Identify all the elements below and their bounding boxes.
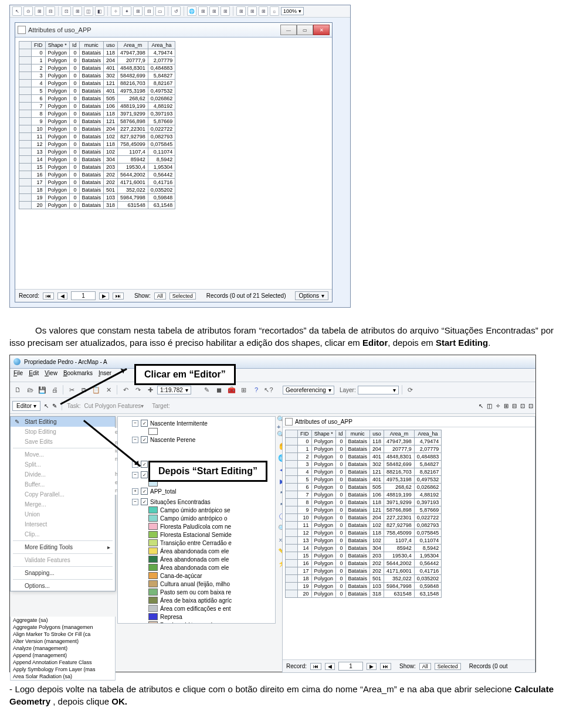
- toolbox-icon[interactable]: 🧰: [226, 385, 237, 395]
- menu-edit[interactable]: Edit: [29, 370, 39, 380]
- tool-icon[interactable]: ✧: [496, 403, 500, 409]
- list-item[interactable]: Alter Version (management): [11, 638, 115, 645]
- print-icon[interactable]: 🖨: [49, 385, 60, 395]
- toc-panel[interactable]: −✓Nascente Intermitente−✓Nascente Perene…: [117, 416, 276, 624]
- legend-item[interactable]: Área com edificações e ent: [121, 604, 272, 613]
- layer-dropdown[interactable]: ▾: [358, 386, 399, 394]
- last-record-button[interactable]: ⏭: [113, 292, 124, 300]
- editor-menu[interactable]: ✎Start EditingStop EditingSave EditsMove…: [10, 416, 116, 591]
- arrow-icon[interactable]: ↖: [44, 403, 49, 409]
- tool-icon[interactable]: ↖: [479, 403, 483, 409]
- georeferencing-dropdown[interactable]: Georeferencing▾: [283, 386, 334, 394]
- tool-icon[interactable]: ⊞: [236, 6, 246, 16]
- tool-icon[interactable]: ☼: [270, 6, 279, 16]
- last-record-button[interactable]: ⏭: [380, 663, 391, 670]
- prev-record-button[interactable]: ◀: [325, 663, 335, 670]
- list-item[interactable]: Append (management): [11, 652, 115, 659]
- task-dropdown[interactable]: Cut Polygon Features▾: [84, 403, 144, 409]
- delete-icon[interactable]: ✕: [103, 385, 114, 395]
- list-item[interactable]: Analyze (management): [11, 645, 115, 652]
- tool-icon[interactable]: ⊟: [144, 6, 154, 16]
- menu-item[interactable]: Buffer...: [11, 479, 115, 489]
- toc-item[interactable]: −✓Nascente Perene: [121, 436, 272, 444]
- toc-item[interactable]: −✓Nascente Intermitente: [121, 419, 272, 427]
- zoom-level[interactable]: 100%▾: [281, 7, 304, 15]
- menu-bookmarks[interactable]: Bookmarks: [63, 370, 93, 380]
- menu-item[interactable]: Union: [11, 509, 115, 519]
- list-item[interactable]: Area Solar Radiation (sa): [11, 673, 115, 680]
- menu-item[interactable]: Copy Parallel...: [11, 489, 115, 499]
- show-selected-button[interactable]: Selected: [435, 663, 461, 670]
- menu-item[interactable]: Save Edits: [11, 437, 115, 447]
- tool-icon[interactable]: ⊞: [198, 6, 208, 16]
- tool-icon[interactable]: ⊟: [512, 403, 517, 409]
- redo-icon[interactable]: ↷: [133, 385, 143, 395]
- add-data-icon[interactable]: ✚: [145, 385, 155, 395]
- record-input[interactable]: 1: [338, 662, 363, 671]
- tool-icon[interactable]: ✧: [111, 6, 120, 16]
- menu-item[interactable]: Divide...: [11, 470, 115, 479]
- legend-item[interactable]: Pasto sem ou com baixa re: [121, 588, 272, 596]
- rotate-icon[interactable]: ⟳: [405, 385, 416, 395]
- menu-item[interactable]: Move...: [11, 450, 115, 460]
- legend-item[interactable]: Transição entre Cerradão e: [121, 539, 272, 547]
- attribute-table[interactable]: FIDShape *IdmunicusoArea_mArea_ha 0Polyg…: [19, 41, 175, 209]
- prev-record-button[interactable]: ◀: [57, 292, 67, 300]
- legend-item[interactable]: Campo úmido antrópico o: [121, 514, 272, 522]
- first-record-button[interactable]: ⏮: [43, 292, 54, 300]
- tool-icon[interactable]: ◼: [214, 385, 225, 395]
- whats-this-icon[interactable]: ↖?: [263, 385, 274, 395]
- tool-icon[interactable]: 🌐: [187, 6, 196, 16]
- menu-item[interactable]: Split...: [11, 460, 115, 470]
- menu-item[interactable]: ✎Start Editing: [11, 417, 115, 427]
- cut-icon[interactable]: ✂: [66, 385, 77, 395]
- scale-box[interactable]: 1:19.782▾: [157, 386, 191, 394]
- show-all-button[interactable]: All: [154, 292, 166, 300]
- undo-icon[interactable]: ↶: [120, 385, 131, 395]
- close-button[interactable]: ✕: [313, 25, 330, 35]
- list-item[interactable]: Aggregate (sa): [11, 617, 115, 624]
- save-icon[interactable]: 💾: [37, 385, 48, 395]
- record-input[interactable]: 1: [71, 291, 96, 300]
- options-button[interactable]: Options▾: [295, 291, 328, 300]
- sketch-icon[interactable]: ✎: [52, 403, 57, 409]
- attribute-table-2[interactable]: FIDShape *IdmunicusoArea_mArea_ha 0Polyg…: [285, 430, 442, 598]
- menu-item[interactable]: Options...: [11, 581, 115, 591]
- menu-view[interactable]: View: [45, 370, 57, 380]
- menu-item[interactable]: Snapping...: [11, 568, 115, 578]
- menu-item[interactable]: Merge...: [11, 499, 115, 509]
- menu-bar[interactable]: FileEditViewBookmarksInser: [10, 369, 535, 382]
- list-item[interactable]: Apply Symbology From Layer (mas: [11, 666, 115, 673]
- tool-icon[interactable]: ✦: [122, 6, 131, 16]
- show-all-button[interactable]: All: [419, 663, 431, 670]
- help-icon[interactable]: ?: [251, 385, 262, 395]
- tool-icon[interactable]: ◫: [487, 403, 492, 409]
- tool-icon[interactable]: ⊙: [23, 6, 33, 16]
- menu-item[interactable]: Validate Features: [11, 555, 115, 565]
- tool-icon[interactable]: ▭: [155, 6, 165, 16]
- legend-item[interactable]: Campo úmido antrópico se: [121, 506, 272, 514]
- tool-icon[interactable]: ◫: [84, 6, 93, 16]
- tool-icon[interactable]: ⊞: [504, 403, 508, 409]
- editor-icon[interactable]: ✎: [202, 385, 212, 395]
- tool-icon[interactable]: ⊡: [520, 403, 525, 409]
- first-record-button[interactable]: ⏮: [310, 663, 321, 670]
- new-icon[interactable]: 🗋: [12, 385, 23, 395]
- list-item[interactable]: Append Annotation Feature Class: [11, 659, 115, 666]
- legend-item[interactable]: Bambuzal / taquaral: [121, 621, 272, 624]
- legend-item[interactable]: Cana-de-açúcar: [121, 571, 272, 580]
- tool-icon[interactable]: ◧: [95, 6, 104, 16]
- legend-item[interactable]: Área abandonada com ele: [121, 563, 272, 571]
- geoprocessing-list[interactable]: Aggregate (sa)Aggregate Polygons (manage…: [10, 617, 116, 681]
- tool-icon[interactable]: ⊞: [133, 6, 143, 16]
- tool-icon[interactable]: ↺: [171, 6, 181, 16]
- menu-item[interactable]: Clip...: [11, 529, 115, 539]
- editor-button[interactable]: Editor▾: [12, 401, 40, 411]
- tool-icon[interactable]: ⊡: [528, 403, 533, 409]
- next-record-button[interactable]: ▶: [367, 663, 377, 670]
- legend-item[interactable]: Floresta Paludícola com ne: [121, 522, 272, 530]
- toc-item[interactable]: +✓APP_total: [121, 487, 272, 495]
- legend-item[interactable]: Área abandonada com ele: [121, 547, 272, 555]
- tool-icon[interactable]: ⊞: [73, 6, 82, 16]
- tool-icon[interactable]: ⊡: [62, 6, 71, 16]
